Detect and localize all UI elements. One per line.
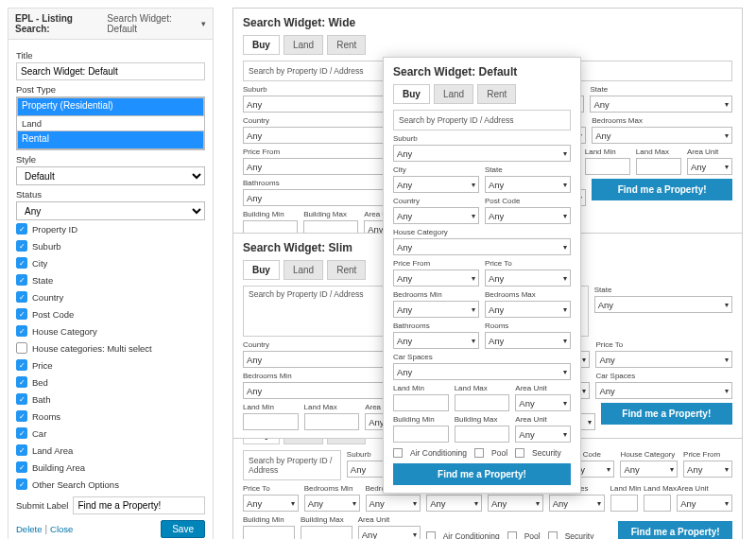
cb-state[interactable]: ✓State — [16, 271, 205, 288]
tab-rent[interactable]: Rent — [327, 260, 366, 280]
style-label: Style — [16, 154, 205, 165]
title-input[interactable] — [16, 62, 205, 80]
fixed-areaunit[interactable]: Any — [677, 495, 732, 512]
cb-propid[interactable]: ✓Property ID — [16, 220, 205, 237]
tab-rent[interactable]: Rent — [327, 35, 366, 55]
wide-cta[interactable]: Find me a Property! — [592, 179, 732, 200]
cb-price[interactable]: ✓Price — [16, 356, 205, 374]
save-button[interactable]: Save — [161, 520, 205, 538]
wide-title: Search Widget: Wide — [243, 16, 732, 29]
cb-landarea[interactable]: ✓Land Area — [16, 442, 205, 459]
def-bedmax[interactable]: Any — [485, 301, 571, 318]
def-housecat[interactable]: Any — [393, 238, 571, 255]
def-country[interactable]: Any — [393, 207, 479, 224]
tab-buy[interactable]: Buy — [243, 260, 280, 280]
fixed-pricefrom[interactable]: Any — [683, 461, 732, 478]
tab-land[interactable]: Land — [434, 84, 473, 104]
style-select[interactable]: Default — [16, 166, 205, 185]
wide-landmin[interactable] — [585, 158, 630, 175]
fixed-security-cb[interactable] — [548, 531, 558, 539]
fixed-bath[interactable]: Any — [426, 495, 482, 512]
wide-landmax[interactable] — [636, 158, 681, 175]
tab-land[interactable]: Land — [284, 260, 323, 280]
fixed-search[interactable]: Search by Property ID / Address — [243, 450, 341, 480]
slim-priceto[interactable]: Any — [595, 351, 732, 368]
def-postcode[interactable]: Any — [485, 207, 571, 224]
fixed-areaunit2[interactable]: Any — [358, 526, 421, 539]
close-link[interactable]: Close — [50, 524, 73, 534]
cb-housemulti[interactable]: House categories: Multi select — [16, 339, 205, 356]
def-car[interactable]: Any — [393, 363, 571, 380]
def-areaunit[interactable]: Any — [515, 394, 571, 411]
wide-areaunit[interactable]: Any — [687, 158, 732, 175]
submit-label: Submit Label — [16, 500, 68, 511]
def-bmax[interactable] — [455, 426, 510, 443]
fixed-rooms[interactable]: Any — [488, 495, 543, 512]
tab-land[interactable]: Land — [284, 35, 323, 55]
tab-buy[interactable]: Buy — [243, 35, 280, 55]
cb-housecat[interactable]: ✓House Category — [16, 322, 205, 339]
admin-header[interactable]: EPL - Listing Search: Search Widget: Def… — [9, 9, 213, 40]
def-rooms[interactable]: Any — [485, 332, 571, 349]
admin-header-suffix: Search Widget: Default — [107, 13, 199, 34]
opt-property[interactable]: Property (Residential) — [17, 97, 204, 116]
fixed-priceto[interactable]: Any — [243, 495, 299, 512]
cb-country[interactable]: ✓Country — [16, 288, 205, 305]
def-bedmin[interactable]: Any — [393, 301, 479, 318]
def-cta[interactable]: Find me a Property! — [393, 463, 571, 485]
cb-bed[interactable]: ✓Bed — [16, 374, 205, 391]
cb-other[interactable]: ✓Other Search Options — [16, 476, 205, 493]
fixed-housecat[interactable]: Any — [620, 461, 678, 478]
status-select[interactable]: Any — [16, 201, 205, 220]
def-city[interactable]: Any — [393, 176, 479, 193]
fixed-car[interactable]: Any — [549, 495, 605, 512]
def-state[interactable]: Any — [485, 176, 571, 193]
def-search[interactable]: Search by Property ID / Address — [393, 110, 571, 130]
def-bath[interactable]: Any — [393, 332, 479, 349]
tab-buy[interactable]: Buy — [393, 84, 430, 104]
def-aircon-cb[interactable] — [393, 448, 403, 458]
fixed-bedmax[interactable]: Any — [366, 495, 421, 512]
tab-rent[interactable]: Rent — [477, 84, 516, 104]
def-landmax[interactable] — [455, 394, 510, 411]
def-security-cb[interactable] — [515, 448, 524, 458]
def-pool-cb[interactable] — [474, 448, 484, 458]
def-landmin[interactable] — [393, 394, 449, 411]
wide-state[interactable]: Any — [590, 96, 732, 113]
fixed-aircon-cb[interactable] — [426, 531, 436, 539]
slim-landmax[interactable] — [304, 413, 360, 430]
wide-tabs: Buy Land Rent — [243, 35, 732, 55]
def-suburb[interactable]: Any — [393, 145, 571, 162]
def-areaunit2[interactable]: Any — [515, 426, 571, 443]
slim-carspaces[interactable]: Any — [595, 382, 732, 399]
cb-postcode[interactable]: ✓Post Code — [16, 305, 205, 322]
fixed-cta[interactable]: Find me a Property! — [618, 521, 732, 539]
fixed-bedmin[interactable]: Any — [304, 495, 360, 512]
slim-cta[interactable]: Find me a Property! — [601, 403, 732, 425]
def-priceto[interactable]: Any — [485, 270, 571, 287]
opt-rental[interactable]: Rental — [17, 130, 204, 149]
cb-suburb[interactable]: ✓Suburb — [16, 237, 205, 254]
delete-link[interactable]: Delete — [16, 524, 42, 534]
slim-state[interactable]: Any — [594, 296, 732, 313]
wide-bedmax[interactable]: Any — [592, 127, 732, 144]
def-title: Search Widget: Default — [393, 65, 571, 78]
fixed-bmin[interactable] — [243, 526, 295, 539]
cb-city[interactable]: ✓City — [16, 254, 205, 271]
fixed-bmax[interactable] — [301, 526, 352, 539]
posttype-listbox[interactable]: Property (Residential) Land Rental — [16, 96, 205, 150]
chevron-down-icon: ▾ — [201, 19, 206, 28]
def-pricefrom[interactable]: Any — [393, 270, 479, 287]
fixed-landmax[interactable] — [644, 495, 671, 512]
opt-land[interactable]: Land — [17, 116, 204, 130]
submit-input[interactable] — [73, 496, 205, 514]
fixed-pool-cb[interactable] — [507, 531, 517, 539]
cb-rooms[interactable]: ✓Rooms — [16, 408, 205, 425]
slim-landmin[interactable] — [243, 413, 299, 430]
admin-body: Title Post Type Property (Residential) L… — [9, 40, 213, 539]
cb-car[interactable]: ✓Car — [16, 425, 205, 442]
def-bmin[interactable] — [393, 426, 449, 443]
cb-bath[interactable]: ✓Bath — [16, 391, 205, 408]
fixed-landmin[interactable] — [610, 495, 638, 512]
cb-buildarea[interactable]: ✓Building Area — [16, 459, 205, 476]
